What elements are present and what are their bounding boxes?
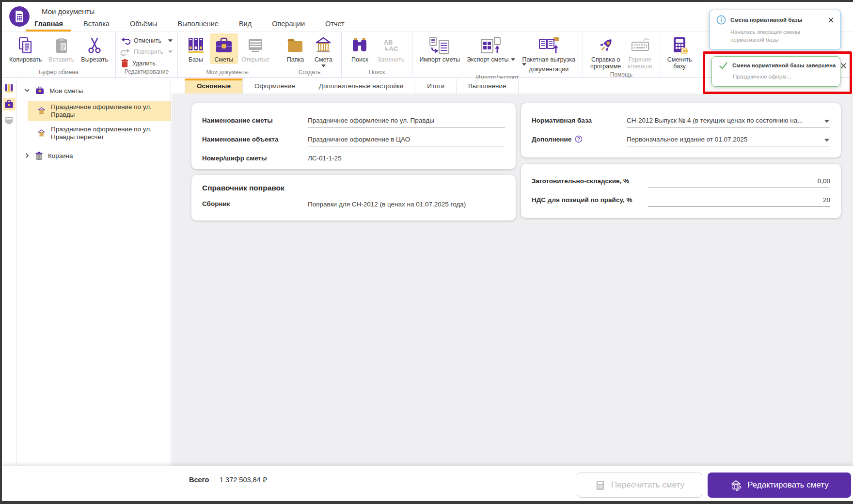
edit-house-icon	[730, 480, 742, 491]
calculator-icon	[595, 480, 606, 491]
undo-button[interactable]: Отменить	[121, 36, 173, 45]
toast-message: Праздничное оформ...	[733, 73, 818, 80]
about-button[interactable]: Справка опрограмме	[587, 33, 624, 71]
tree-node-my-estimates[interactable]: Мои сметы	[24, 84, 171, 97]
briefcase-icon	[214, 35, 234, 56]
left-rail	[2, 79, 16, 466]
menu-tab-operacii[interactable]: Операции	[262, 16, 315, 32]
import-estimate-button[interactable]: Импорт сметы	[416, 33, 463, 64]
chevron-down-icon[interactable]	[511, 58, 515, 61]
rail-bases-button[interactable]	[3, 82, 16, 94]
chevron-down-icon[interactable]	[824, 120, 829, 123]
opened-button[interactable]: Открытые	[238, 33, 273, 64]
toast-base-change-finished: Смена нормативной базы завершена Праздни…	[711, 56, 840, 87]
normative-base-card: Нормативная база СН-2012 Выпуск № 4 (в т…	[521, 103, 841, 158]
cut-button[interactable]: Вырезать	[78, 33, 111, 64]
briefcase-icon	[35, 86, 45, 95]
redo-icon	[121, 47, 130, 56]
copy-button[interactable]: Копировать	[6, 33, 45, 64]
field-label: НДС для позиций по прайсу, %	[532, 196, 648, 207]
estimate-house-icon	[314, 35, 333, 56]
estimate-house-icon	[37, 129, 46, 138]
tab-advanced[interactable]: Дополнительные настройки	[307, 79, 416, 94]
batch-export-icon	[537, 35, 560, 56]
trash-icon	[35, 151, 43, 160]
estimate-code-input[interactable]: ЛС-01-1-25	[308, 155, 505, 165]
copy-icon	[16, 35, 35, 56]
ribbon-group-caption: Редактирование	[120, 68, 174, 77]
chevron-down-icon[interactable]	[321, 64, 326, 67]
menu-tab-vypolnenie[interactable]: Выполнение	[168, 16, 229, 32]
estimate-name-input[interactable]: Праздничное оформление по ул. Правды	[308, 117, 505, 127]
paste-icon	[52, 35, 71, 56]
estimate-settings-panel: Наименование сметы Праздничное оформлени…	[172, 94, 853, 466]
trash-icon	[121, 59, 129, 68]
vat-percent-input[interactable]: 20	[648, 196, 830, 207]
chevron-down-icon[interactable]	[168, 39, 173, 42]
rail-opened-button[interactable]	[3, 114, 16, 126]
bookshelf-icon	[186, 35, 205, 56]
paste-button[interactable]: Вставить	[45, 33, 78, 64]
percents-card: Заготовительно-складские, % 0,00 НДС для…	[521, 164, 841, 218]
chevron-down-icon[interactable]	[824, 139, 829, 142]
ribbon-group-mydocs: Базы Сметы Открытые Мои документы	[178, 32, 278, 78]
estimate-names-card: Наименование сметы Праздничное оформлени…	[191, 103, 516, 169]
storage-percent-input[interactable]: 0,00	[648, 177, 830, 188]
ribbon-group-caption: Мои документы	[182, 68, 273, 78]
replace-icon: AB↳AC	[384, 35, 398, 56]
ribbon-group-create: Папка Смета Создать	[277, 32, 342, 78]
tree-node-recycle-bin[interactable]: Корзина	[24, 149, 171, 162]
open-documents-icon	[246, 35, 265, 56]
toast-title: Смена нормативной базы завершена	[732, 63, 836, 68]
redo-button[interactable]: Повторить	[121, 47, 173, 56]
window-frame-top	[0, 0, 853, 2]
tree-item-estimate-1[interactable]: Праздничное оформление по ул. Правды	[28, 101, 171, 121]
ribbon-group-caption: Буфер обмена	[6, 68, 111, 78]
change-base-button[interactable]: Сменитьбазу	[664, 33, 695, 71]
menu-tab-vid[interactable]: Вид	[229, 16, 262, 32]
briefcase-icon	[4, 99, 14, 110]
search-button[interactable]: Поиск	[346, 33, 374, 64]
tab-main[interactable]: Основные	[185, 79, 243, 94]
new-folder-button[interactable]: Папка	[281, 33, 309, 64]
hotkeys-button[interactable]: Горячиеклавиши	[624, 33, 656, 71]
menu-tab-otchet[interactable]: Отчет	[315, 16, 355, 32]
rail-estimates-button[interactable]	[3, 98, 16, 110]
delete-button[interactable]: Удалить	[121, 59, 173, 68]
recalculate-button[interactable]: Пересчитать смету	[577, 472, 702, 498]
tree-item-estimate-2[interactable]: Праздничное оформление по ул. Правды пер…	[28, 123, 171, 143]
binoculars-icon	[350, 35, 369, 56]
menu-tab-strip: Главная Вставка Объёмы Выполнение Вид Оп…	[24, 16, 355, 32]
object-name-input[interactable]: Праздничное оформление в ЦАО	[308, 136, 505, 146]
export-estimate-button[interactable]: Экспорт сметы	[463, 33, 519, 64]
batch-export-button[interactable]: Пакетная выгрузка документации	[519, 33, 579, 74]
ribbon-group-caption: Создать	[281, 68, 337, 78]
bases-button[interactable]: Базы	[182, 33, 210, 64]
new-estimate-button[interactable]: Смета	[309, 33, 337, 68]
close-icon[interactable]	[827, 16, 835, 24]
footer-bar: Всего 1 372 503,84 ₽ Пересчитать смету Р…	[2, 466, 853, 501]
ribbon-group-help: Справка опрограмме Горячиеклавиши Помощь	[583, 32, 660, 78]
estimates-button[interactable]: Сметы	[210, 33, 238, 64]
menu-tab-vstavka[interactable]: Вставка	[73, 16, 120, 32]
chevron-down-icon[interactable]	[24, 88, 30, 94]
estimate-house-icon	[37, 107, 46, 116]
tab-totals[interactable]: Итоги	[415, 79, 457, 94]
menu-tab-obyomy[interactable]: Объёмы	[120, 16, 168, 32]
help-question-icon[interactable]	[575, 135, 583, 143]
open-documents-icon	[4, 115, 14, 126]
tab-execution[interactable]: Выполнение	[457, 79, 519, 94]
toast-base-change-started: Смена нормативной базы Началась операция…	[709, 10, 841, 50]
edit-estimate-button[interactable]: Редактировать смету	[708, 472, 851, 498]
tab-design[interactable]: Оформление	[243, 79, 307, 94]
supplement-select[interactable]: Первоначальное издание от 01.07.2025	[627, 136, 830, 146]
menu-tab-glavnaya[interactable]: Главная	[24, 16, 73, 32]
normative-base-select[interactable]: СН-2012 Выпуск № 4 (в текущих ценах по с…	[627, 117, 830, 127]
close-icon[interactable]	[840, 62, 847, 69]
ribbon-group-change-base: Сменитьбазу	[660, 32, 699, 78]
ribbon-group-find: Поиск AB↳AC Заменить Поиск	[342, 32, 412, 78]
replace-button[interactable]: AB↳AC Заменить	[374, 33, 408, 64]
chevron-right-icon[interactable]	[24, 153, 30, 158]
total-label: Всего	[189, 476, 209, 484]
field-label: Номер/шифр сметы	[202, 155, 308, 165]
